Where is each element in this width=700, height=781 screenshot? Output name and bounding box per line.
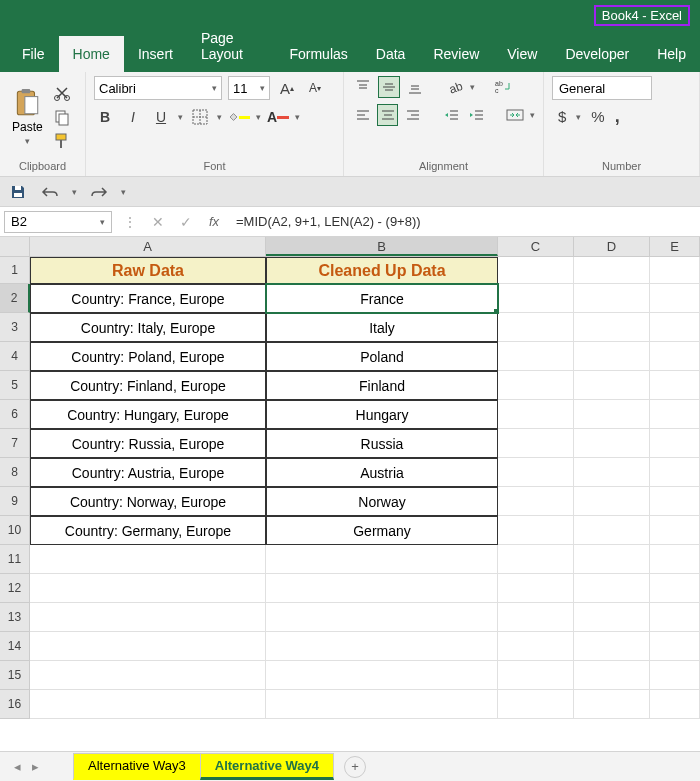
row-header[interactable]: 1 (0, 257, 30, 284)
cell[interactable] (650, 574, 700, 603)
cell[interactable] (498, 516, 574, 545)
cell[interactable]: France (266, 284, 498, 313)
font-color-button[interactable]: A (267, 106, 289, 128)
cell[interactable]: Poland (266, 342, 498, 371)
cell[interactable] (574, 429, 650, 458)
cell[interactable]: Country: Finland, Europe (30, 371, 266, 400)
chevron-down-icon[interactable]: ▾ (470, 82, 475, 92)
sheet-tab[interactable]: Alternative Way4 (200, 753, 334, 780)
merge-center-icon[interactable] (505, 104, 526, 126)
chevron-down-icon[interactable]: ▾ (178, 112, 183, 122)
column-header[interactable]: E (650, 237, 700, 256)
align-center-icon[interactable] (377, 104, 398, 126)
comma-icon[interactable]: , (615, 106, 620, 127)
save-icon[interactable] (8, 182, 28, 202)
cell[interactable] (498, 342, 574, 371)
add-sheet-button[interactable]: + (344, 756, 366, 778)
cell[interactable] (650, 371, 700, 400)
cell[interactable]: Country: Germany, Europe (30, 516, 266, 545)
ribbon-tab-home[interactable]: Home (59, 36, 124, 72)
row-header[interactable]: 14 (0, 632, 30, 661)
cell[interactable] (266, 690, 498, 719)
bold-button[interactable]: B (94, 106, 116, 128)
row-header[interactable]: 4 (0, 342, 30, 371)
cell[interactable] (498, 371, 574, 400)
cell[interactable] (30, 632, 266, 661)
cell[interactable] (574, 690, 650, 719)
cell[interactable] (498, 487, 574, 516)
cell[interactable] (574, 632, 650, 661)
cell[interactable]: Country: Norway, Europe (30, 487, 266, 516)
cell[interactable] (650, 342, 700, 371)
cell[interactable]: Germany (266, 516, 498, 545)
ribbon-tab-view[interactable]: View (493, 36, 551, 72)
cut-icon[interactable] (53, 84, 71, 102)
cell[interactable]: Russia (266, 429, 498, 458)
cell[interactable] (650, 257, 700, 284)
font-size-select[interactable]: 11▾ (228, 76, 270, 100)
cell[interactable] (266, 545, 498, 574)
format-painter-icon[interactable] (53, 132, 71, 150)
align-middle-icon[interactable] (378, 76, 400, 98)
ribbon-tab-page-layout[interactable]: Page Layout (187, 20, 276, 72)
cell[interactable] (650, 516, 700, 545)
cell[interactable] (574, 313, 650, 342)
decrease-font-icon[interactable]: A▾ (304, 77, 326, 99)
row-header[interactable]: 16 (0, 690, 30, 719)
chevron-down-icon[interactable]: ▾ (256, 112, 261, 122)
align-bottom-icon[interactable] (404, 76, 426, 98)
cell[interactable] (498, 661, 574, 690)
cell[interactable] (498, 603, 574, 632)
cell[interactable] (650, 603, 700, 632)
cell[interactable] (574, 661, 650, 690)
cell[interactable] (574, 371, 650, 400)
cell[interactable] (574, 342, 650, 371)
decrease-indent-icon[interactable] (441, 104, 462, 126)
cell[interactable]: Country: Italy, Europe (30, 313, 266, 342)
fill-handle[interactable] (494, 309, 498, 313)
row-header[interactable]: 9 (0, 487, 30, 516)
underline-button[interactable]: U (150, 106, 172, 128)
cell[interactable] (650, 690, 700, 719)
row-header[interactable]: 2 (0, 284, 30, 313)
cell[interactable]: Finland (266, 371, 498, 400)
fill-color-button[interactable] (228, 106, 250, 128)
row-header[interactable]: 10 (0, 516, 30, 545)
column-header[interactable]: A (30, 237, 266, 256)
chevron-down-icon[interactable]: ▾ (121, 187, 126, 197)
align-top-icon[interactable] (352, 76, 374, 98)
select-all-corner[interactable] (0, 237, 30, 256)
paste-button[interactable]: Paste ▾ (8, 86, 47, 148)
cell[interactable]: Country: France, Europe (30, 284, 266, 313)
cell[interactable]: Cleaned Up Data (266, 257, 498, 284)
increase-indent-icon[interactable] (466, 104, 487, 126)
cell[interactable]: Country: Hungary, Europe (30, 400, 266, 429)
cell[interactable] (30, 545, 266, 574)
borders-button[interactable] (189, 106, 211, 128)
ribbon-tab-developer[interactable]: Developer (551, 36, 643, 72)
chevron-down-icon[interactable]: ▾ (530, 110, 535, 120)
cell[interactable]: Norway (266, 487, 498, 516)
copy-icon[interactable] (53, 108, 71, 126)
cell[interactable] (574, 487, 650, 516)
cell[interactable] (650, 661, 700, 690)
cell[interactable] (574, 516, 650, 545)
row-header[interactable]: 7 (0, 429, 30, 458)
row-header[interactable]: 13 (0, 603, 30, 632)
cell[interactable] (498, 313, 574, 342)
cell[interactable] (574, 458, 650, 487)
formula-input[interactable]: =MID(A2, 9+1, LEN(A2) - (9+8)) (228, 214, 700, 229)
ribbon-tab-help[interactable]: Help (643, 36, 700, 72)
align-right-icon[interactable] (402, 104, 423, 126)
ribbon-tab-file[interactable]: File (8, 36, 59, 72)
percent-icon[interactable]: % (591, 108, 604, 125)
cell[interactable] (498, 429, 574, 458)
cell[interactable] (574, 603, 650, 632)
cell[interactable] (30, 603, 266, 632)
cell[interactable] (574, 257, 650, 284)
cell[interactable] (498, 632, 574, 661)
row-header[interactable]: 5 (0, 371, 30, 400)
column-header[interactable]: C (498, 237, 574, 256)
cell[interactable]: Country: Poland, Europe (30, 342, 266, 371)
row-header[interactable]: 11 (0, 545, 30, 574)
